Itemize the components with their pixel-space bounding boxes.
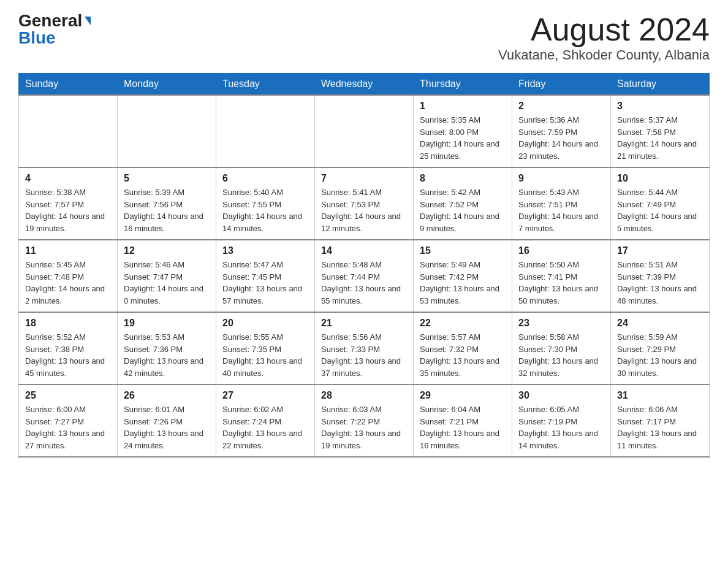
calendar-cell	[118, 95, 216, 167]
day-info: Sunrise: 6:05 AMSunset: 7:19 PMDaylight:…	[518, 404, 604, 451]
day-info: Sunrise: 5:43 AMSunset: 7:51 PMDaylight:…	[518, 186, 604, 234]
location-title: Vukatane, Shkoder County, Albania	[498, 47, 710, 63]
calendar-cell: 2Sunrise: 5:36 AMSunset: 7:59 PMDaylight…	[512, 95, 611, 167]
page-header: General Blue August 2024 Vukatane, Shkod…	[18, 12, 710, 63]
calendar-cell: 10Sunrise: 5:44 AMSunset: 7:49 PMDayligh…	[611, 167, 710, 240]
day-info: Sunrise: 5:50 AMSunset: 7:41 PMDaylight:…	[518, 259, 604, 307]
day-number: 14	[321, 245, 407, 256]
logo-blue-text: Blue	[18, 29, 56, 47]
header-sunday: Sunday	[19, 74, 118, 96]
day-info: Sunrise: 5:48 AMSunset: 7:44 PMDaylight:…	[321, 259, 407, 307]
day-info: Sunrise: 5:56 AMSunset: 7:33 PMDaylight:…	[321, 331, 407, 379]
title-section: August 2024 Vukatane, Shkoder County, Al…	[498, 12, 710, 63]
week-row-2: 4Sunrise: 5:38 AMSunset: 7:57 PMDaylight…	[19, 167, 710, 240]
calendar-cell: 5Sunrise: 5:39 AMSunset: 7:56 PMDaylight…	[118, 167, 216, 240]
day-info: Sunrise: 5:57 AMSunset: 7:32 PMDaylight:…	[420, 331, 506, 379]
week-row-1: 1Sunrise: 5:35 AMSunset: 8:00 PMDaylight…	[19, 95, 710, 167]
header-saturday: Saturday	[611, 74, 710, 96]
header-tuesday: Tuesday	[216, 74, 315, 96]
calendar-header: SundayMondayTuesdayWednesdayThursdayFrid…	[19, 74, 710, 96]
day-number: 13	[222, 245, 308, 256]
calendar-cell: 27Sunrise: 6:02 AMSunset: 7:24 PMDayligh…	[216, 385, 315, 457]
header-wednesday: Wednesday	[315, 74, 414, 96]
calendar-cell: 19Sunrise: 5:53 AMSunset: 7:36 PMDayligh…	[118, 312, 216, 385]
day-info: Sunrise: 6:00 AMSunset: 7:27 PMDaylight:…	[25, 404, 111, 451]
calendar-cell: 20Sunrise: 5:55 AMSunset: 7:35 PMDayligh…	[216, 312, 315, 385]
day-info: Sunrise: 5:36 AMSunset: 7:59 PMDaylight:…	[518, 114, 604, 162]
calendar-cell: 15Sunrise: 5:49 AMSunset: 7:42 PMDayligh…	[414, 240, 512, 312]
calendar-cell: 26Sunrise: 6:01 AMSunset: 7:26 PMDayligh…	[118, 385, 216, 457]
calendar-cell: 23Sunrise: 5:58 AMSunset: 7:30 PMDayligh…	[512, 312, 611, 385]
day-info: Sunrise: 5:55 AMSunset: 7:35 PMDaylight:…	[222, 331, 308, 379]
calendar-cell: 9Sunrise: 5:43 AMSunset: 7:51 PMDaylight…	[512, 167, 611, 240]
week-row-4: 18Sunrise: 5:52 AMSunset: 7:38 PMDayligh…	[19, 312, 710, 385]
day-number: 23	[518, 318, 604, 329]
calendar-cell: 4Sunrise: 5:38 AMSunset: 7:57 PMDaylight…	[19, 167, 118, 240]
day-number: 26	[124, 390, 210, 401]
day-info: Sunrise: 5:47 AMSunset: 7:45 PMDaylight:…	[222, 259, 308, 307]
calendar-cell: 13Sunrise: 5:47 AMSunset: 7:45 PMDayligh…	[216, 240, 315, 312]
calendar-cell: 30Sunrise: 6:05 AMSunset: 7:19 PMDayligh…	[512, 385, 611, 457]
day-info: Sunrise: 5:46 AMSunset: 7:47 PMDaylight:…	[124, 259, 210, 307]
header-row: SundayMondayTuesdayWednesdayThursdayFrid…	[19, 74, 710, 96]
day-number: 10	[617, 173, 703, 184]
day-number: 7	[321, 173, 407, 184]
day-number: 28	[321, 390, 407, 401]
day-number: 16	[518, 245, 604, 256]
day-number: 30	[518, 390, 604, 401]
day-info: Sunrise: 5:45 AMSunset: 7:48 PMDaylight:…	[25, 259, 111, 307]
day-info: Sunrise: 5:40 AMSunset: 7:55 PMDaylight:…	[222, 186, 308, 234]
calendar-cell: 7Sunrise: 5:41 AMSunset: 7:53 PMDaylight…	[315, 167, 414, 240]
day-number: 11	[25, 245, 111, 256]
day-number: 12	[124, 245, 210, 256]
calendar-cell: 17Sunrise: 5:51 AMSunset: 7:39 PMDayligh…	[611, 240, 710, 312]
calendar-cell: 16Sunrise: 5:50 AMSunset: 7:41 PMDayligh…	[512, 240, 611, 312]
calendar-cell: 1Sunrise: 5:35 AMSunset: 8:00 PMDaylight…	[414, 95, 512, 167]
day-info: Sunrise: 5:51 AMSunset: 7:39 PMDaylight:…	[617, 259, 703, 307]
calendar-cell: 21Sunrise: 5:56 AMSunset: 7:33 PMDayligh…	[315, 312, 414, 385]
calendar-body: 1Sunrise: 5:35 AMSunset: 8:00 PMDaylight…	[19, 95, 710, 457]
day-number: 4	[25, 173, 111, 184]
week-row-3: 11Sunrise: 5:45 AMSunset: 7:48 PMDayligh…	[19, 240, 710, 312]
day-info: Sunrise: 5:58 AMSunset: 7:30 PMDaylight:…	[518, 331, 604, 379]
logo-general-text: General	[18, 12, 82, 29]
calendar-cell: 6Sunrise: 5:40 AMSunset: 7:55 PMDaylight…	[216, 167, 315, 240]
day-info: Sunrise: 5:35 AMSunset: 8:00 PMDaylight:…	[420, 114, 506, 162]
calendar-cell: 8Sunrise: 5:42 AMSunset: 7:52 PMDaylight…	[414, 167, 512, 240]
day-info: Sunrise: 5:39 AMSunset: 7:56 PMDaylight:…	[124, 186, 210, 234]
calendar-cell: 14Sunrise: 5:48 AMSunset: 7:44 PMDayligh…	[315, 240, 414, 312]
day-number: 19	[124, 318, 210, 329]
calendar-cell: 11Sunrise: 5:45 AMSunset: 7:48 PMDayligh…	[19, 240, 118, 312]
day-number: 22	[420, 318, 506, 329]
day-number: 27	[222, 390, 308, 401]
day-info: Sunrise: 6:04 AMSunset: 7:21 PMDaylight:…	[420, 404, 506, 451]
day-info: Sunrise: 6:06 AMSunset: 7:17 PMDaylight:…	[617, 404, 703, 451]
day-number: 29	[420, 390, 506, 401]
calendar-cell: 22Sunrise: 5:57 AMSunset: 7:32 PMDayligh…	[414, 312, 512, 385]
day-info: Sunrise: 5:52 AMSunset: 7:38 PMDaylight:…	[25, 331, 111, 379]
calendar-cell: 18Sunrise: 5:52 AMSunset: 7:38 PMDayligh…	[19, 312, 118, 385]
calendar-cell: 24Sunrise: 5:59 AMSunset: 7:29 PMDayligh…	[611, 312, 710, 385]
day-number: 20	[222, 318, 308, 329]
day-number: 9	[518, 173, 604, 184]
calendar-cell	[315, 95, 414, 167]
day-number: 31	[617, 390, 703, 401]
calendar-table: SundayMondayTuesdayWednesdayThursdayFrid…	[18, 73, 710, 458]
header-friday: Friday	[512, 74, 611, 96]
day-number: 18	[25, 318, 111, 329]
day-info: Sunrise: 5:38 AMSunset: 7:57 PMDaylight:…	[25, 186, 111, 234]
day-info: Sunrise: 5:37 AMSunset: 7:58 PMDaylight:…	[617, 114, 703, 162]
calendar-cell: 31Sunrise: 6:06 AMSunset: 7:17 PMDayligh…	[611, 385, 710, 457]
day-info: Sunrise: 5:49 AMSunset: 7:42 PMDaylight:…	[420, 259, 506, 307]
day-number: 21	[321, 318, 407, 329]
calendar-cell: 12Sunrise: 5:46 AMSunset: 7:47 PMDayligh…	[118, 240, 216, 312]
month-title: August 2024	[498, 12, 710, 47]
day-number: 5	[124, 173, 210, 184]
day-number: 24	[617, 318, 703, 329]
week-row-5: 25Sunrise: 6:00 AMSunset: 7:27 PMDayligh…	[19, 385, 710, 457]
day-info: Sunrise: 6:03 AMSunset: 7:22 PMDaylight:…	[321, 404, 407, 451]
calendar-cell: 25Sunrise: 6:00 AMSunset: 7:27 PMDayligh…	[19, 385, 118, 457]
header-monday: Monday	[118, 74, 216, 96]
day-number: 8	[420, 173, 506, 184]
day-info: Sunrise: 5:41 AMSunset: 7:53 PMDaylight:…	[321, 186, 407, 234]
